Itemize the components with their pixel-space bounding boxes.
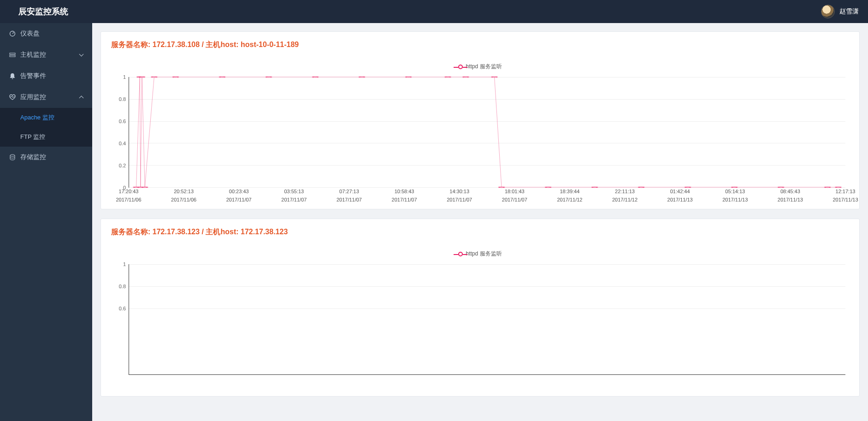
app-header: 辰安监控系统 赵雪潇 — [0, 0, 868, 23]
x-tick-date: 2017/11/12 — [557, 196, 582, 204]
sidebar-item-3[interactable]: 应用监控 — [0, 87, 92, 108]
svg-point-12 — [266, 77, 272, 77]
x-tick-time: 12:17:13 — [833, 188, 858, 196]
svg-point-11 — [220, 77, 225, 77]
svg-point-7 — [140, 77, 145, 77]
svg-point-15 — [406, 77, 411, 77]
svg-point-18 — [492, 77, 497, 77]
x-tick-date: 2017/11/13 — [722, 196, 748, 204]
brand-title: 辰安监控系统 — [18, 6, 68, 17]
x-tick-time: 17:20:43 — [116, 188, 141, 196]
x-tick-date: 2017/11/06 — [116, 196, 141, 204]
sidebar-subitem-3-0[interactable]: Apache 监控 — [0, 108, 92, 127]
legend-label: httpd 服务监听 — [466, 63, 502, 70]
avatar — [821, 5, 835, 18]
svg-rect-2 — [10, 55, 15, 57]
panel-title: 服务器名称: 172.17.38.123 / 主机host: 172.17.38… — [101, 219, 859, 242]
line-chart[interactable]: 0.60.81 — [129, 264, 845, 389]
x-tick-time: 18:39:44 — [557, 188, 582, 196]
main-content: 服务器名称: 172.17.38.108 / 主机host: host-10-0… — [92, 23, 868, 421]
x-tick-time: 20:52:13 — [171, 188, 196, 196]
x-tick-date: 2017/11/13 — [833, 196, 858, 204]
svg-point-9 — [152, 77, 157, 77]
chart-panel-1: 服务器名称: 172.17.38.123 / 主机host: 172.17.38… — [100, 219, 860, 397]
svg-point-3 — [10, 154, 15, 156]
svg-rect-1 — [10, 53, 15, 54]
sidebar-item-4[interactable]: 存储监控 — [0, 147, 92, 168]
x-tick-time: 18:01:43 — [502, 188, 527, 196]
svg-point-10 — [173, 77, 178, 77]
x-tick-date: 2017/11/06 — [171, 196, 196, 204]
svg-point-13 — [313, 77, 318, 77]
x-tick-date: 2017/11/07 — [226, 196, 252, 204]
x-tick-date: 2017/11/07 — [337, 196, 362, 204]
legend-marker-icon — [458, 252, 463, 256]
legend-marker-icon — [458, 65, 463, 69]
sidebar-subitem-3-1[interactable]: FTP 监控 — [0, 127, 92, 147]
sidebar: 仪表盘主机监控告警事件应用监控Apache 监控FTP 监控存储监控 — [0, 23, 92, 421]
legend-label: httpd 服务监听 — [466, 250, 502, 257]
sidebar-item-2[interactable]: 告警事件 — [0, 65, 92, 87]
x-tick-date: 2017/11/13 — [778, 196, 803, 204]
svg-point-16 — [445, 77, 450, 77]
username: 赵雪潇 — [839, 7, 859, 16]
sidebar-item-0[interactable]: 仪表盘 — [0, 23, 92, 44]
x-tick-date: 2017/11/07 — [447, 196, 472, 204]
sidebar-item-label: 存储监控 — [20, 153, 46, 161]
x-tick-time: 22:11:13 — [612, 188, 638, 196]
chart-legend[interactable]: httpd 服务监听 — [101, 242, 859, 264]
panel-title: 服务器名称: 172.17.38.108 / 主机host: host-10-0… — [101, 32, 859, 54]
x-tick-date: 2017/11/07 — [392, 196, 417, 204]
svg-point-14 — [360, 77, 365, 77]
user-menu[interactable]: 赵雪潇 — [821, 5, 859, 18]
sidebar-item-1[interactable]: 主机监控 — [0, 44, 92, 65]
sidebar-item-label: 告警事件 — [20, 72, 46, 80]
x-tick-time: 00:23:43 — [226, 188, 252, 196]
chart-panel-0: 服务器名称: 172.17.38.108 / 主机host: host-10-0… — [100, 31, 860, 209]
svg-point-17 — [463, 77, 468, 77]
chart-legend[interactable]: httpd 服务监听 — [101, 54, 859, 77]
x-tick-date: 2017/11/07 — [281, 196, 307, 204]
x-tick-time: 07:27:13 — [337, 188, 362, 196]
x-tick-date: 2017/11/13 — [667, 196, 693, 204]
sidebar-item-label: 主机监控 — [20, 51, 46, 59]
x-tick-time: 08:45:43 — [778, 188, 803, 196]
x-tick-time: 14:30:13 — [447, 188, 472, 196]
sidebar-item-label: 应用监控 — [20, 93, 46, 101]
x-tick-time: 01:42:44 — [667, 188, 693, 196]
x-tick-date: 2017/11/12 — [612, 196, 638, 204]
x-tick-date: 2017/11/07 — [502, 196, 527, 204]
x-tick-time: 03:55:13 — [281, 188, 307, 196]
sidebar-item-label: 仪表盘 — [20, 30, 40, 38]
x-tick-time: 10:58:43 — [392, 188, 417, 196]
x-tick-time: 05:14:13 — [722, 188, 748, 196]
line-chart[interactable]: 00.20.40.60.8117:20:432017/11/0620:52:13… — [129, 77, 845, 202]
